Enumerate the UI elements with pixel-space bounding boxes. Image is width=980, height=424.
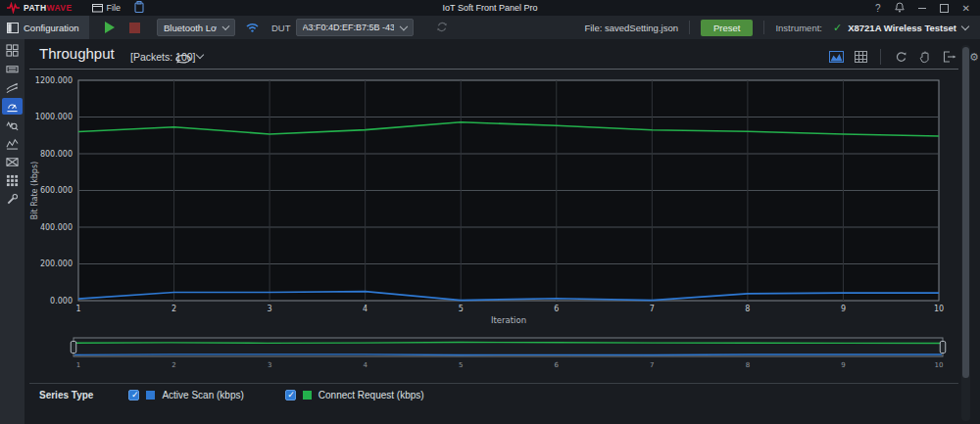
radio-technology-select[interactable]: Bluetooth Low ... xyxy=(157,19,235,36)
spectrum-icon xyxy=(6,156,19,168)
window-controls: ? ✕ xyxy=(875,2,980,15)
toolbar-right-group: File: savedSetting.json Preset Instrumen… xyxy=(584,20,980,36)
active-scan-swatch xyxy=(146,391,155,400)
front-panel-icon xyxy=(6,63,19,75)
y-tick-label: 600.000 xyxy=(40,186,73,195)
pan-tool-button[interactable] xyxy=(917,50,933,64)
help-button[interactable]: ? xyxy=(875,3,881,14)
sidebar-item-tools[interactable] xyxy=(2,191,23,208)
wifi-signal-icon[interactable] xyxy=(245,21,260,34)
throughput-chart-icon xyxy=(6,100,19,113)
y-tick-label: 0.000 xyxy=(50,297,73,306)
connect-request-label: Connect Request (kbps) xyxy=(318,390,424,400)
overview-x-tick-label: 3 xyxy=(268,361,271,369)
measurement-search-icon xyxy=(6,118,19,131)
overview-x-tick-label: 9 xyxy=(841,361,845,369)
divider xyxy=(689,21,690,34)
vertical-scrollbar[interactable] xyxy=(961,45,970,421)
range-selection-box[interactable] xyxy=(74,338,943,356)
reset-zoom-button[interactable] xyxy=(893,50,908,64)
chart-title: Throughput xyxy=(39,45,115,62)
pathwave-logo: PATHWAVE xyxy=(7,2,73,14)
file-menu[interactable]: File xyxy=(92,3,122,13)
waveform-icon xyxy=(6,137,19,150)
left-sidebar xyxy=(0,39,24,424)
export-button[interactable] xyxy=(942,50,957,64)
connect-request-checkbox[interactable] xyxy=(285,390,296,400)
chart-view-button[interactable] xyxy=(828,50,844,64)
instrument-label: Instrument: xyxy=(775,23,822,33)
throughput-line-chart[interactable]: 0.000200.000400.000600.000800.0001000.00… xyxy=(27,72,958,329)
y-tick-label: 1000.000 xyxy=(35,113,73,121)
overview-x-tick-label: 2 xyxy=(172,361,175,369)
sidebar-item-throughput[interactable] xyxy=(2,98,23,115)
run-button[interactable] xyxy=(105,22,115,33)
x-tick-label: 6 xyxy=(554,305,559,313)
x-axis-title: Iteration xyxy=(491,315,526,325)
overview-x-tick-label: 8 xyxy=(746,361,750,369)
sidebar-item-measurement-search[interactable] xyxy=(2,117,23,133)
chevron-down-icon xyxy=(961,22,969,29)
clipboard-icon[interactable] xyxy=(134,1,144,15)
gear-icon: ⚙ xyxy=(969,52,979,63)
overview-x-tick-label: 1 xyxy=(76,361,80,369)
chevron-down-icon xyxy=(222,23,230,30)
x-tick-label: 4 xyxy=(363,305,368,313)
minimize-button[interactable] xyxy=(918,8,926,9)
chart-panel: Throughput [Packets: 100] xyxy=(24,39,980,424)
sidebar-item-spectrum[interactable] xyxy=(2,154,23,170)
legend-item-connect-request[interactable]: Connect Request (kbps) xyxy=(285,390,424,400)
x-tick-label: 1 xyxy=(75,305,80,313)
stop-button[interactable] xyxy=(129,23,140,33)
dashboard-icon xyxy=(6,44,19,57)
sync-icon[interactable] xyxy=(435,21,449,35)
brand-text: PATHWAVE xyxy=(24,3,73,13)
sidebar-item-dashboard[interactable] xyxy=(2,42,23,59)
y-tick-label: 800.000 xyxy=(40,150,73,159)
close-button[interactable]: ✕ xyxy=(962,3,970,14)
legend-separator xyxy=(29,383,958,384)
brand-path: PATH xyxy=(24,3,46,13)
legend-item-active-scan[interactable]: Active Scan (kbps) xyxy=(128,390,243,400)
wrench-icon xyxy=(6,193,19,206)
x-tick-label: 2 xyxy=(172,305,176,313)
chevron-down-icon[interactable] xyxy=(196,51,204,59)
sidebar-item-front-panel[interactable] xyxy=(2,61,23,77)
file-status: File: savedSetting.json xyxy=(584,23,678,33)
repeat-icon[interactable] xyxy=(173,50,191,68)
overview-x-tick-label: 7 xyxy=(650,361,654,369)
overview-x-tick-label: 6 xyxy=(555,361,560,369)
overview-series-line-1 xyxy=(74,343,942,344)
active-scan-label: Active Scan (kbps) xyxy=(162,390,243,400)
configuration-button[interactable]: Configuration xyxy=(0,16,89,39)
x-tick-label: 9 xyxy=(841,305,846,313)
brand-wave: WAVE xyxy=(46,3,72,13)
sidebar-item-apps[interactable] xyxy=(2,172,23,189)
title-bar: PATHWAVE File IoT Soft Front Panel Pro ? xyxy=(0,0,980,16)
notifications-bell-icon[interactable] xyxy=(895,2,905,15)
radio-technology-value: Bluetooth Low ... xyxy=(164,23,217,33)
scrollbar-thumb[interactable] xyxy=(962,47,969,378)
heartbeat-logo-icon xyxy=(7,2,21,14)
dut-label: DUT xyxy=(271,23,291,33)
dut-address-select[interactable]: A3:F0:4D:EF:B7:5B -43... xyxy=(296,19,414,36)
range-handle-left[interactable] xyxy=(71,342,76,353)
range-handle-right[interactable] xyxy=(940,342,946,353)
x-tick-label: 7 xyxy=(650,305,655,313)
overview-x-tick-label: 5 xyxy=(459,361,463,369)
x-tick-label: 8 xyxy=(745,305,750,313)
instrument-select[interactable]: ✓ X8721A Wireless Testset xyxy=(833,22,968,34)
table-view-button[interactable] xyxy=(853,50,868,64)
range-overview-chart[interactable]: 12345678910 xyxy=(27,335,958,374)
connected-check-icon: ✓ xyxy=(833,22,842,34)
divider xyxy=(763,21,764,34)
connect-request-swatch xyxy=(303,391,312,400)
y-tick-label: 1200.000 xyxy=(35,76,73,85)
sidebar-item-sweep-chart[interactable] xyxy=(2,79,23,96)
sidebar-item-waveform[interactable] xyxy=(2,135,23,152)
instrument-value: X8721A Wireless Testset xyxy=(848,23,956,33)
maximize-button[interactable] xyxy=(940,4,949,13)
active-scan-checkbox[interactable] xyxy=(128,390,139,400)
preset-button[interactable]: Preset xyxy=(701,20,753,36)
overview-x-tick-label: 10 xyxy=(935,361,944,369)
